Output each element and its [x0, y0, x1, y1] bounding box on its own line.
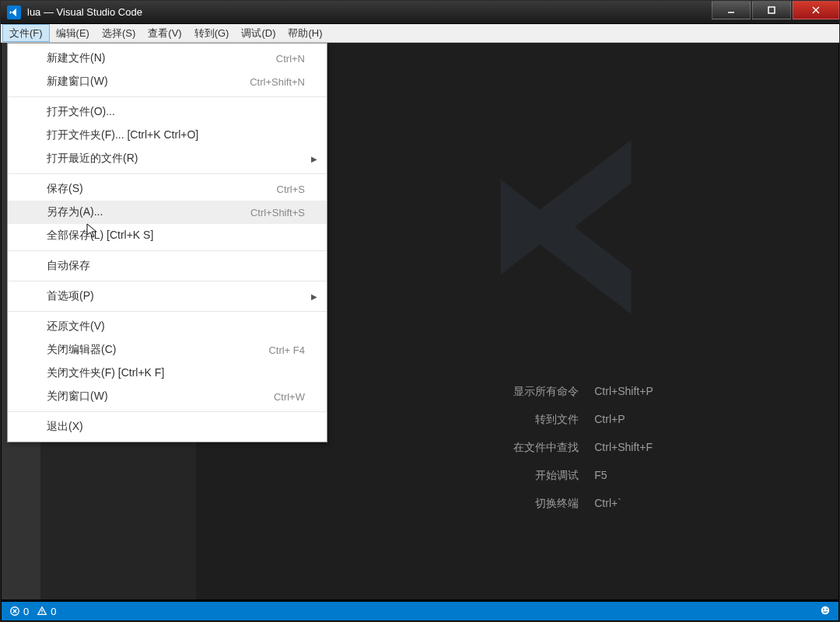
file-menu-item[interactable]: 全部保存(L) [Ctrl+K S]	[8, 224, 327, 247]
file-menu-item[interactable]: 首选项(P)▶	[8, 285, 327, 308]
menu-item-label: 全部保存(L) [Ctrl+K S]	[47, 229, 153, 243]
menu-item-label: 自动保存	[47, 259, 90, 273]
menu-item-label: 打开文件(O)...	[47, 105, 115, 119]
shortcut-key: Ctrl+Shift+F	[594, 441, 653, 455]
menu-item-label: 首选项(P)	[47, 289, 94, 303]
file-menu-item[interactable]: 关闭文件夹(F) [Ctrl+K F]	[8, 362, 327, 385]
file-menu-item[interactable]: 还原文件(V)	[8, 315, 327, 338]
menu-item-shortcut: Ctrl+W	[274, 391, 305, 403]
shortcut-label: 显示所有命令	[513, 385, 579, 399]
welcome-panel: 显示所有命令 Ctrl+Shift+P 转到文件 Ctrl+P 在文件中查找 C…	[359, 97, 807, 561]
statusbar: 0 0	[2, 602, 838, 620]
shortcut-key: F5	[594, 469, 653, 483]
menu-item-shortcut: Ctrl+Shift+N	[250, 76, 305, 88]
svg-point-10	[823, 608, 824, 610]
menu-separator	[8, 411, 327, 412]
menu-item-label: 另存为(A)...	[47, 205, 103, 219]
menubar-help[interactable]: 帮助(H)	[282, 24, 328, 42]
shortcut-label: 转到文件	[513, 413, 579, 427]
file-menu-item[interactable]: 关闭窗口(W)Ctrl+W	[8, 385, 327, 408]
menu-item-label: 打开最近的文件(R)	[47, 152, 138, 166]
svg-rect-1	[768, 7, 775, 13]
file-menu-item[interactable]: 关闭编辑器(C)Ctrl+ F4	[8, 338, 327, 362]
menu-item-shortcut: Ctrl+S	[277, 183, 305, 195]
welcome-shortcuts: 显示所有命令 Ctrl+Shift+P 转到文件 Ctrl+P 在文件中查找 C…	[513, 385, 653, 511]
file-menu-item[interactable]: 退出(X)	[8, 415, 327, 439]
menu-item-label: 关闭编辑器(C)	[47, 343, 116, 357]
vscode-watermark-icon	[474, 118, 692, 336]
menu-item-label: 保存(S)	[47, 182, 83, 196]
close-button[interactable]	[793, 1, 839, 19]
menubar-go[interactable]: 转到(G)	[188, 24, 236, 42]
menubar-select[interactable]: 选择(S)	[96, 24, 142, 42]
shortcut-key: Ctrl+`	[594, 497, 653, 511]
shortcut-label: 开始调试	[513, 469, 579, 483]
menu-item-shortcut: Ctrl+ F4	[268, 344, 305, 356]
menu-item-shortcut: Ctrl+Shift+S	[250, 207, 305, 218]
menu-item-label: 关闭窗口(W)	[47, 390, 108, 404]
file-menu-item[interactable]: 打开文件夹(F)... [Ctrl+K Ctrl+O]	[8, 124, 327, 147]
menubar-edit[interactable]: 编辑(E)	[50, 24, 96, 42]
menu-separator	[8, 173, 327, 174]
window-frame: lua — Visual Studio Code 文件(F) 编辑(E) 选择(…	[0, 0, 840, 622]
menu-item-label: 退出(X)	[47, 420, 83, 434]
menu-item-label: 新建文件(N)	[47, 51, 105, 65]
menu-separator	[8, 250, 327, 251]
menu-item-shortcut: Ctrl+N	[276, 53, 305, 65]
maximize-button[interactable]	[752, 1, 791, 19]
menubar-debug[interactable]: 调试(D)	[235, 24, 282, 42]
file-menu-item[interactable]: 自动保存	[8, 254, 327, 278]
titlebar: lua — Visual Studio Code	[1, 1, 839, 24]
shortcut-key: Ctrl+P	[594, 413, 653, 427]
file-menu-item[interactable]: 打开最近的文件(R)▶	[8, 147, 327, 170]
shortcut-label: 在文件中查找	[513, 441, 579, 455]
submenu-arrow-icon: ▶	[311, 292, 317, 301]
menubar-file[interactable]: 文件(F)	[2, 24, 50, 42]
file-menu-item[interactable]: 新建窗口(W)Ctrl+Shift+N	[8, 70, 327, 93]
feedback-smile-icon[interactable]	[820, 605, 831, 618]
file-menu-dropdown: 新建文件(N)Ctrl+N新建窗口(W)Ctrl+Shift+N打开文件(O).…	[7, 43, 327, 442]
menu-separator	[8, 311, 327, 312]
svg-point-11	[826, 608, 828, 610]
window-title: lua — Visual Studio Code	[27, 6, 142, 18]
menu-item-label: 新建窗口(W)	[47, 75, 108, 89]
svg-point-8	[42, 613, 43, 613]
error-count: 0	[23, 606, 29, 617]
status-errors[interactable]: 0	[9, 606, 29, 617]
svg-point-9	[821, 606, 830, 614]
menu-separator	[8, 96, 327, 97]
shortcut-label: 切换终端	[513, 497, 579, 511]
file-menu-item[interactable]: 打开文件(O)...	[8, 100, 327, 124]
window-controls	[710, 1, 839, 23]
status-warnings[interactable]: 0	[37, 606, 56, 617]
menu-item-label: 打开文件夹(F)... [Ctrl+K Ctrl+O]	[47, 128, 198, 142]
vscode-icon	[7, 5, 21, 19]
file-menu-item[interactable]: 保存(S)Ctrl+S	[8, 177, 327, 201]
menu-item-label: 关闭文件夹(F) [Ctrl+K F]	[47, 366, 164, 380]
submenu-arrow-icon: ▶	[311, 155, 317, 163]
menu-separator	[8, 281, 327, 281]
minimize-button[interactable]	[712, 1, 751, 19]
menu-item-label: 还原文件(V)	[47, 320, 105, 334]
menubar: 文件(F) 编辑(E) 选择(S) 查看(V) 转到(G) 调试(D) 帮助(H…	[1, 24, 839, 43]
menubar-view[interactable]: 查看(V)	[142, 24, 187, 42]
warning-count: 0	[51, 606, 56, 617]
shortcut-key: Ctrl+Shift+P	[594, 385, 653, 399]
file-menu-item[interactable]: 另存为(A)...Ctrl+Shift+S	[8, 201, 327, 224]
file-menu-item[interactable]: 新建文件(N)Ctrl+N	[8, 47, 327, 70]
